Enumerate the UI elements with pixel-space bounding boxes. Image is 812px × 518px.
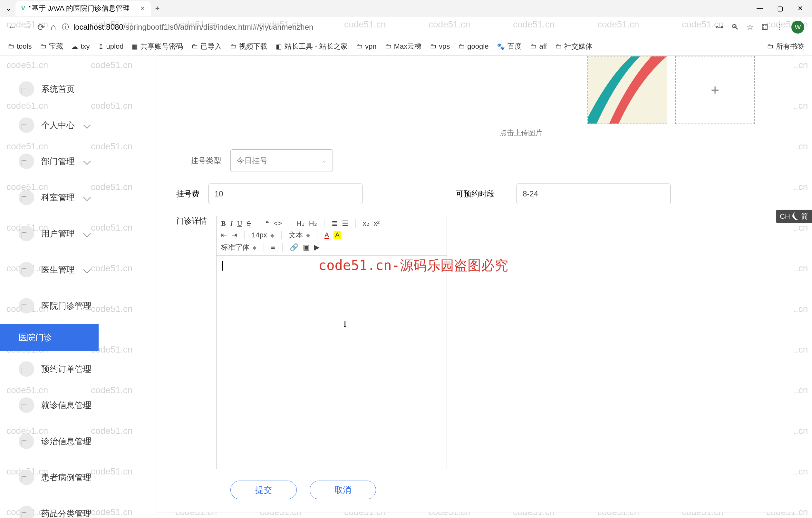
h1-icon[interactable]: H₁ [296, 219, 304, 228]
folder-icon: ▦ [132, 43, 138, 50]
sidebar-item[interactable]: 医院门诊管理 [0, 288, 98, 324]
menu-icon[interactable]: ⋮ [776, 23, 784, 32]
star-icon[interactable]: ☆ [747, 23, 754, 32]
close-window-button[interactable]: ✕ [798, 4, 803, 12]
bookmark-item[interactable]: ↥uplod [98, 42, 124, 51]
reg-type-label: 挂号类型 [176, 156, 221, 166]
fee-input[interactable] [208, 184, 362, 204]
sidebar-item[interactable]: 医生管理 [0, 252, 98, 288]
reload-button[interactable]: ⟳ [37, 22, 45, 33]
clock-icon [19, 262, 34, 277]
strike-icon[interactable]: S [247, 219, 251, 228]
list-ol-icon[interactable]: ≣ [331, 219, 337, 228]
bookmark-item[interactable]: ☁txy [71, 42, 90, 51]
bookmark-item[interactable]: 🗀视频下载 [230, 42, 267, 51]
video-icon[interactable]: ▶ [314, 243, 320, 252]
uploaded-image-thumb[interactable] [587, 56, 667, 124]
close-icon[interactable]: ✕ [140, 5, 145, 12]
indent-icon[interactable]: ⇥ [231, 231, 237, 239]
align-icon[interactable]: ≡ [271, 243, 275, 252]
home-button[interactable]: ⌂ [51, 22, 56, 32]
reg-type-select[interactable]: 今日挂号 ⌄ [230, 149, 333, 172]
key-icon[interactable]: ⊶ [716, 23, 723, 32]
bookmark-item[interactable]: 🗀Max云梯 [385, 42, 422, 51]
time-label: 可预约时段 [456, 189, 508, 199]
browser-tab[interactable]: V "基于 JAVA 的医院门诊信息管理 ✕ [16, 1, 151, 16]
folder-icon: 🗀 [230, 43, 236, 50]
submit-button[interactable]: 提交 [230, 481, 297, 499]
rte-content[interactable] [216, 256, 446, 469]
forward-button[interactable]: → [23, 22, 32, 32]
clock-icon [19, 81, 34, 97]
outdent-icon[interactable]: ⇤ [221, 231, 227, 239]
time-input[interactable] [517, 184, 671, 204]
sidebar-item[interactable]: 科室管理 [0, 179, 98, 215]
bookmark-item[interactable]: 🗀tools [8, 42, 32, 51]
sidebar-item[interactable]: 患者病例管理 [0, 459, 98, 495]
add-image-button[interactable]: + [675, 56, 755, 124]
bookmark-item[interactable]: 🗀已导入 [192, 42, 222, 51]
folder-icon: 🗀 [767, 43, 773, 50]
sidebar-item[interactable]: 部门管理 [0, 143, 98, 179]
image-icon[interactable]: ▣ [303, 243, 310, 252]
bookmark-item[interactable]: 🗀vpn [356, 42, 376, 51]
bg-color-icon[interactable]: A [334, 231, 341, 239]
list-ul-icon[interactable]: ☰ [342, 219, 348, 228]
ime-indicator[interactable]: CH ⏾ 简 [776, 210, 812, 223]
content-area: + 点击上传图片 挂号类型 今日挂号 ⌄ 挂号费 [98, 55, 812, 518]
cancel-button[interactable]: 取消 [310, 481, 376, 499]
sidebar-item[interactable]: 药品分类管理 [0, 495, 98, 518]
bookmark-item[interactable]: 🗀社交媒体 [555, 42, 592, 51]
font-family-select[interactable]: 标准字体◆ [221, 243, 257, 252]
sidebar-item[interactable]: 预约订单管理 [0, 351, 98, 387]
sidebar-item[interactable]: 用户管理 [0, 215, 98, 252]
info-icon[interactable]: ⓘ [62, 22, 69, 32]
sidebar-label: 药品分类管理 [41, 508, 91, 518]
profile-avatar[interactable]: W [791, 21, 804, 33]
superscript-icon[interactable]: x² [374, 219, 380, 228]
bookmark-item[interactable]: 🗀aff [530, 42, 547, 51]
clock-icon [19, 298, 34, 313]
back-button[interactable]: ← [8, 22, 17, 32]
code-icon[interactable]: <> [273, 219, 282, 228]
font-size-select[interactable]: 14px◆ [252, 231, 274, 239]
folder-icon: ☁ [71, 43, 78, 50]
bold-icon[interactable]: B [221, 219, 226, 228]
tab-dropdown[interactable]: ⌄ [3, 4, 14, 12]
sidebar-sub-active[interactable]: 医院门诊 [0, 324, 98, 351]
sidebar-item[interactable]: 诊治信息管理 [0, 423, 98, 459]
address-bar: ← → ⟳ ⌂ ⓘ localhost:8080/springbootf1ls0… [0, 17, 812, 37]
sidebar-item[interactable]: 系统首页 [0, 71, 98, 107]
bookmark-item[interactable]: 🗀vps [430, 42, 450, 51]
text-type-select[interactable]: 文本◆ [289, 230, 310, 240]
folder-icon: 🗀 [530, 43, 536, 50]
sidebar-label: 诊治信息管理 [41, 436, 91, 447]
bookmark-item[interactable]: 🗀宝藏 [40, 42, 63, 51]
bookmark-item[interactable]: ◧站长工具 - 站长之家 [276, 42, 348, 51]
underline-icon[interactable]: U [237, 219, 242, 228]
sidebar-item[interactable]: 个人中心 [0, 107, 98, 143]
maximize-button[interactable]: ▢ [777, 4, 783, 12]
clock-icon [19, 226, 34, 241]
bookmark-item[interactable]: 🗀google [458, 42, 489, 51]
extensions-icon[interactable]: ⚃ [761, 23, 768, 32]
rich-text-editor: B I U S ❝ <> H₁ H₂ [216, 216, 447, 469]
h2-icon[interactable]: H₂ [309, 219, 317, 228]
italic-icon[interactable]: I [230, 219, 233, 228]
quote-icon[interactable]: ❝ [265, 219, 269, 228]
bookmark-item[interactable]: ▦共享账号密码 [132, 42, 183, 51]
minimize-button[interactable]: — [757, 4, 763, 12]
sidebar-item[interactable]: 就诊信息管理 [0, 387, 98, 423]
bookmark-item[interactable]: 🐾百度 [497, 42, 522, 51]
folder-icon: 🐾 [497, 43, 505, 50]
subscript-icon[interactable]: x₂ [363, 219, 369, 228]
url-input[interactable]: ⓘ localhost:8080/springbootf1ls0/admin/d… [62, 22, 710, 32]
rte-toolbar: B I U S ❝ <> H₁ H₂ [216, 216, 446, 256]
new-tab-button[interactable]: + [155, 4, 160, 13]
bookmark-all[interactable]: 🗀所有书签 [767, 42, 804, 51]
link-icon[interactable]: 🔗 [290, 243, 298, 252]
folder-icon: 🗀 [385, 43, 392, 50]
zoom-icon[interactable]: 🔍︎ [731, 23, 739, 32]
folder-icon: 🗀 [192, 43, 198, 50]
font-color-icon[interactable]: A [324, 231, 329, 239]
